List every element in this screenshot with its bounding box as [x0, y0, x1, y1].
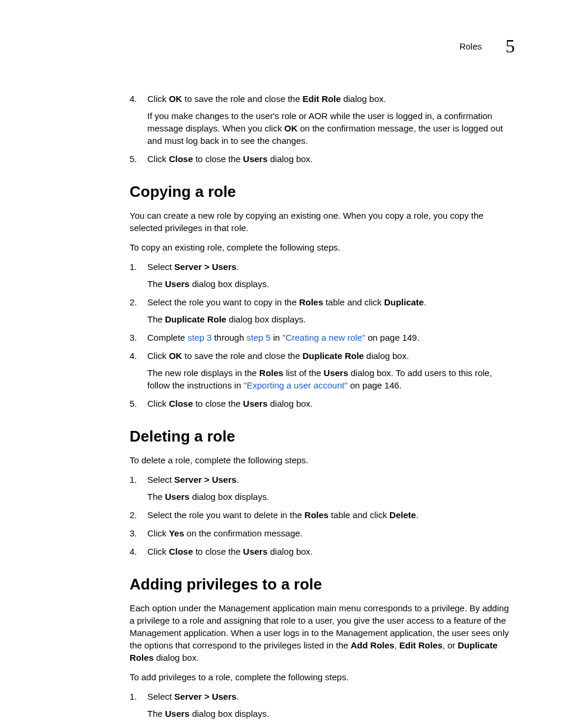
text-run: Close — [169, 546, 193, 556]
text-run: Click — [147, 154, 169, 164]
step-item: Click OK to save the role and close the … — [130, 93, 509, 147]
text-run: Add Roles — [351, 640, 394, 650]
text-run: You can create a new role by copying an … — [130, 210, 484, 233]
step-sub: The Users dialog box displays. — [147, 490, 509, 503]
text-run: Users — [323, 368, 348, 378]
text-run: table and click — [329, 510, 389, 520]
text-run: Edit Role — [302, 94, 340, 104]
text-run: Select the role you want to copy in the — [147, 297, 299, 307]
step-sub: The new role displays in the Roles list … — [147, 367, 509, 391]
text-run: Roles — [305, 510, 329, 520]
text-run: , — [394, 640, 399, 650]
text-run: Users — [165, 709, 190, 719]
step-item: Select the role you want to delete in th… — [130, 509, 509, 521]
text-run: The new role displays in the — [147, 368, 259, 378]
step-sub: The Duplicate Role dialog box displays. — [147, 313, 509, 325]
text-run: to close the — [193, 546, 243, 556]
step-item: Select Server > Users.The Users dialog b… — [130, 473, 509, 503]
text-run: to close the — [193, 398, 243, 409]
text-run: Delete — [389, 510, 416, 520]
text-run: Server > Users — [174, 475, 237, 485]
paragraph: To copy an existing role, complete the f… — [130, 241, 509, 253]
text-run: Users — [243, 154, 268, 164]
text-run: Close — [169, 154, 193, 164]
text-run: on the confirmation message. — [184, 528, 303, 538]
text-run: in — [270, 332, 282, 342]
text-run: Click — [147, 528, 169, 538]
text-run: list of the — [283, 368, 323, 378]
xref-link[interactable]: "Exporting a user account" — [243, 380, 348, 390]
text-run: dialog box. — [364, 351, 409, 361]
header-label: Roles — [459, 41, 482, 51]
text-run: Server > Users — [174, 691, 237, 701]
step-item: Click Close to close the Users dialog bo… — [130, 397, 509, 410]
step-list: Select Server > Users.The Users dialog b… — [130, 261, 509, 410]
xref-link[interactable]: step 5 — [246, 332, 270, 342]
text-run: dialog box. — [267, 154, 313, 164]
text-run: OK — [169, 94, 183, 104]
text-run: , or — [442, 640, 458, 650]
section: Copying a roleYou can create a new role … — [130, 183, 509, 410]
text-run: on page 149. — [365, 332, 419, 342]
paragraph: Each option under the Management applica… — [130, 602, 509, 664]
step-item: Complete step 3 through step 5 in "Creat… — [130, 331, 509, 344]
text-run: To delete a role, complete the following… — [130, 455, 309, 465]
xref-link[interactable]: "Creating a new role" — [282, 332, 365, 342]
step-item: Click Close to close the Users dialog bo… — [130, 153, 509, 165]
text-run: Select — [147, 262, 174, 272]
text-run: Duplicate Role — [302, 351, 363, 361]
section: Deleting a roleTo delete a role, complet… — [130, 427, 509, 558]
text-run: . — [416, 510, 418, 520]
step-list: Select Server > Users.The Users dialog b… — [130, 690, 509, 720]
step-item: Click OK to save the role and close the … — [130, 350, 509, 391]
text-run: To copy an existing role, complete the f… — [130, 242, 340, 252]
text-run: through — [211, 332, 246, 342]
page-header: Roles 5 — [47, 35, 515, 57]
step-item: Click Yes on the confirmation message. — [130, 527, 509, 539]
text-run: Roles — [299, 297, 323, 307]
text-run: dialog box. — [154, 653, 199, 663]
step-item: Select Server > Users.The Users dialog b… — [130, 690, 509, 720]
page: Roles 5 Click OK to save the role and cl… — [0, 0, 562, 728]
text-run: to save the role and close the — [182, 94, 302, 104]
text-run: The — [147, 279, 165, 289]
text-run: The — [147, 492, 165, 502]
text-run: OK — [285, 123, 298, 133]
text-run: Users — [165, 492, 190, 502]
step-sub: The Users dialog box displays. — [147, 707, 509, 720]
text-run: Users — [165, 279, 190, 289]
text-run: Server > Users — [174, 262, 237, 272]
text-run: dialog box displays. — [190, 492, 269, 502]
step-list: Click OK to save the role and close the … — [130, 93, 509, 165]
paragraph: To delete a role, complete the following… — [130, 454, 509, 466]
text-run: . — [236, 475, 239, 485]
text-run: on page 146. — [348, 380, 402, 390]
text-run: to close the — [193, 154, 243, 164]
text-run: Duplicate Role — [165, 314, 226, 324]
text-run: dialog box displays. — [190, 279, 269, 289]
text-run: The — [147, 314, 165, 324]
text-run: Select the role you want to delete in th… — [147, 510, 305, 520]
text-run: dialog box. — [267, 398, 313, 409]
step-sub: If you make changes to the user's role o… — [147, 110, 509, 147]
text-run: Users — [243, 546, 268, 556]
text-run: Users — [243, 398, 268, 409]
text-run: The — [147, 709, 165, 719]
text-run: Duplicate — [384, 297, 424, 307]
section-heading: Copying a role — [130, 183, 509, 201]
section-heading: Adding privileges to a role — [130, 575, 509, 594]
text-run: dialog box displays. — [226, 314, 306, 324]
section: Adding privileges to a roleEach option u… — [130, 575, 509, 720]
text-run: Roles — [259, 368, 283, 378]
text-run: dialog box. — [340, 94, 386, 104]
text-run: . — [236, 691, 239, 701]
text-run: Select — [147, 691, 174, 701]
xref-link[interactable]: step 3 — [187, 332, 211, 342]
text-run: Edit Roles — [399, 640, 442, 650]
text-run: to save the role and close the — [182, 351, 302, 361]
text-run: To add privileges to a role, complete th… — [130, 672, 349, 682]
text-run: Click — [147, 546, 169, 556]
text-run: dialog box. — [267, 546, 313, 556]
text-run: Click — [147, 351, 169, 361]
text-run: dialog box displays. — [190, 709, 269, 719]
